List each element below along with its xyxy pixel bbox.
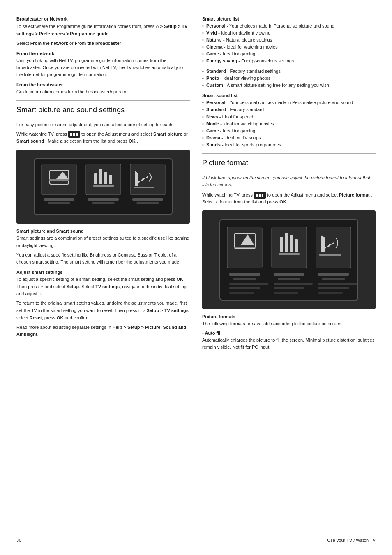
list-item: Personal - Your personal choices made in… [202,99,376,106]
broadcaster-heading: Broadcaster or Network [16,16,190,21]
from-network-heading: From the network [16,51,190,56]
smart-picture-list-heading: Smart picture list [202,16,376,21]
smart-picture-sound-body2: You can adjust a specific setting like B… [16,252,190,266]
smart-tv-image [16,150,190,224]
page: Broadcaster or Network To select where t… [0,0,392,555]
list-item: Cinema - Ideal for watching movies [202,44,376,51]
svg-rect-45 [318,287,349,289]
list-item: Standard - Factory standard [202,106,376,113]
list-item: Energy saving - Energy-conscious setting… [202,58,376,65]
svg-rect-28 [285,233,288,252]
svg-rect-2 [86,164,121,195]
smart-picture-sound-body1: Smart settings are a combination of pres… [16,235,190,249]
svg-rect-36 [318,273,349,276]
adjust-home-icon-2: ⌂ [138,307,141,314]
smart-section-heading: Smart picture and sound settings [16,106,190,117]
picture-formats-heading: Picture formats [202,314,376,319]
list-item: Standard - Factory standard settings [202,68,376,75]
svg-rect-29 [290,235,293,252]
svg-rect-6 [49,179,69,181]
svg-rect-13 [134,187,154,188]
list-item: Natural - Natural picture settings [202,37,376,44]
picture-format-body: While watching TV, press ▮▮▮ to open the… [202,192,376,206]
svg-rect-27 [280,237,283,252]
adjust-icon: ▮▮▮ [68,131,80,138]
home-icon: ⌂ [156,23,159,30]
smart-watch-para: While watching TV, press ▮▮▮ to open the… [16,131,190,145]
list-item: Custom - A smart picture setting free fo… [202,82,376,89]
svg-rect-16 [132,198,163,201]
adjust-icon-2: ▮▮▮ [254,192,266,199]
adjust-heading: Adjust smart settings [16,270,190,275]
smart-intro: For easy picture or sound adjustment, yo… [16,121,190,128]
svg-rect-8 [99,169,102,184]
smart-sound-list-heading: Smart sound list [202,93,376,98]
svg-rect-15 [88,198,119,201]
svg-rect-18 [92,202,115,204]
smart-sound-list: Personal - Your personal choices made in… [202,99,376,148]
svg-rect-7 [94,173,97,184]
svg-rect-44 [274,287,304,289]
svg-rect-17 [48,202,70,204]
picture-format-italic: If black bars appear on the screen, you … [202,174,376,188]
picture-format-tv-image [202,210,376,309]
list-item: Drama - Ideal for TV soaps [202,134,376,141]
from-network-body: Until you link up with Net TV, programme… [16,57,190,78]
right-column: Smart picture list Personal - Your choic… [202,12,376,527]
tv-image-svg [33,158,173,215]
two-column-layout: Broadcaster or Network To select where t… [16,12,376,527]
list-item: News - Ideal for speech [202,113,376,120]
picture-format-tv-svg [219,219,359,301]
picture-formats-body: The following formats are available acco… [202,320,376,327]
smart-picture-list-2: Standard - Factory standard settingsPhot… [202,68,376,89]
divider-1 [16,100,190,101]
list-item: Movie - Ideal for watching movies [202,120,376,127]
broadcaster-para1: To select where the Programme guide info… [16,23,190,37]
svg-rect-11 [93,185,114,187]
svg-rect-42 [318,283,357,285]
svg-rect-43 [229,287,260,289]
svg-rect-37 [233,278,256,280]
svg-rect-22 [272,227,307,268]
smart-picture-list: Personal - Your choices made in Personal… [202,23,376,65]
svg-rect-30 [295,239,298,252]
list-item: Vivid - Ideal for daylight viewing [202,30,376,37]
svg-rect-31 [279,253,300,255]
page-number: 30 [16,538,21,543]
svg-rect-9 [104,172,107,184]
svg-rect-26 [234,247,256,248]
divider-2 [202,153,376,154]
list-item: Photo - Ideal for viewing photos [202,75,376,82]
svg-rect-41 [274,283,313,285]
svg-rect-14 [44,198,74,201]
svg-rect-48 [318,292,343,294]
svg-rect-38 [278,278,300,280]
adjust-body2: To return to the original smart setting … [16,300,190,321]
from-broadcaster-heading: From the broadcaster [16,82,190,87]
list-item: Game - Ideal for gaming [202,127,376,134]
auto-fill-body: Automatically enlarges the picture to fi… [202,337,376,351]
list-item: Game - Ideal for gaming [202,51,376,58]
svg-rect-33 [319,254,341,256]
svg-rect-35 [274,273,304,276]
smart-picture-sound-heading: Smart picture and Smart sound [16,229,190,234]
auto-fill-heading: • Auto fill [202,331,376,335]
svg-rect-39 [322,278,345,280]
svg-rect-40 [229,283,268,285]
picture-format-heading: Picture format [202,159,376,170]
svg-rect-19 [136,202,159,204]
adjust-body1: To adjust a specific setting of a smart … [16,276,190,298]
from-broadcaster-body: Guide information comes from the broadca… [16,88,190,95]
read-more-para: Read more about adjusting separate setti… [16,324,190,338]
select-para: Select From the network or From the broa… [16,40,190,47]
page-footer: 30 Use your TV / Watch TV [16,535,376,543]
list-item: Personal - Your choices made in Personal… [202,23,376,30]
svg-rect-34 [229,273,260,276]
left-column: Broadcaster or Network To select where t… [16,12,190,527]
page-section-label: Use your TV / Watch TV [327,538,376,543]
svg-rect-10 [109,175,112,184]
svg-rect-47 [274,292,298,294]
svg-rect-46 [229,292,254,294]
list-item: Sports - Ideal for sports programmes [202,141,376,148]
